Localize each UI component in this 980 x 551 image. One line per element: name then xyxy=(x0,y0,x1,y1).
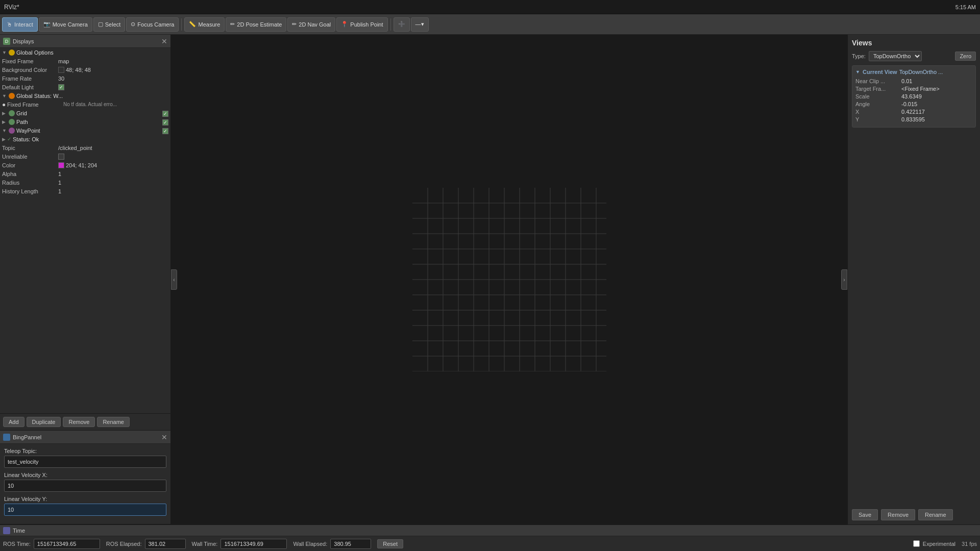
views-rename-button[interactable]: Rename xyxy=(918,509,953,520)
status-ok-checkmark: ✓ xyxy=(7,136,11,142)
target-frame-value: <Fixed Frame> xyxy=(901,86,940,92)
waypoint-unreliable-row: Unreliable xyxy=(0,152,170,161)
views-save-button[interactable]: Save xyxy=(852,509,878,520)
wall-elapsed-label: Wall Elapsed: xyxy=(293,541,327,547)
linear-vel-y-field: Linear Velocity Y: xyxy=(4,496,166,516)
path-checkbox[interactable] xyxy=(162,119,168,126)
bing-close-button[interactable]: ✕ xyxy=(161,433,167,441)
unreliable-checkbox[interactable] xyxy=(58,154,64,160)
fixed-frame-error-bullet: ● xyxy=(2,101,7,108)
waypoint-history-row: History Length 1 xyxy=(0,187,170,195)
toolbar: 🖱 Interact 📷 Move Camera ▢ Select ⊙ Focu… xyxy=(0,14,980,35)
nav-goal-icon: ✏ xyxy=(292,21,297,28)
bing-panel: BingPannel ✕ Teleop Topic: Linear Veloci… xyxy=(0,431,170,524)
fixed-frame-label: Fixed Frame xyxy=(2,58,58,64)
viewport[interactable]: ‹ › xyxy=(171,35,847,524)
frame-rate-value: 30 xyxy=(58,76,64,82)
select-button[interactable]: ▢ Select xyxy=(93,17,126,32)
wall-elapsed-field: Wall Elapsed: xyxy=(293,539,371,549)
wall-elapsed-input[interactable] xyxy=(330,539,371,549)
views-type-label: Type: xyxy=(852,53,866,59)
sys-tray: 5:15 AM xyxy=(955,4,976,10)
views-remove-button[interactable]: Remove xyxy=(881,509,915,520)
waypoint-color-row: Color 204; 41; 204 xyxy=(0,161,170,169)
teleop-label: Teleop Topic: xyxy=(4,448,166,454)
duplicate-button[interactable]: Duplicate xyxy=(27,417,61,427)
waypoint-checkbox-container xyxy=(162,127,168,134)
experimental-checkbox[interactable] xyxy=(913,540,920,547)
extra-button-1[interactable]: ➕ xyxy=(394,17,410,32)
fixed-frame-row: Fixed Frame map xyxy=(0,57,170,65)
current-view-header: ▼ Current View TopDownOrtho ... xyxy=(855,69,972,75)
current-view-toggle[interactable]: ▼ xyxy=(855,69,861,74)
global-status-row[interactable]: ▼ Global Status: W... xyxy=(0,91,170,100)
grid-toggle[interactable]: ▶ xyxy=(2,111,7,116)
grid-row[interactable]: ▶ Grid xyxy=(0,109,170,117)
target-frame-label: Target Fra... xyxy=(855,86,901,92)
global-status-icon xyxy=(9,93,15,99)
measure-button[interactable]: 📏 Measure xyxy=(184,17,225,32)
grid-checkbox[interactable] xyxy=(162,111,168,117)
wall-time-input[interactable] xyxy=(220,539,287,549)
displays-icon: D xyxy=(3,38,10,45)
waypoint-status-row: ▶ ✓ Status: Ok xyxy=(0,135,170,143)
views-type-select[interactable]: TopDownOrtho xyxy=(869,51,922,61)
move-camera-button[interactable]: 📷 Move Camera xyxy=(39,17,92,32)
collapse-right-button[interactable]: › xyxy=(841,269,847,290)
x-value: 0.422117 xyxy=(901,109,925,115)
ros-time-field: ROS Time: xyxy=(3,539,100,549)
y-row: Y 0.833595 xyxy=(855,116,972,122)
waypoint-unreliable-label: Unreliable xyxy=(2,154,58,160)
linear-vel-x-input[interactable] xyxy=(4,480,166,492)
interact-button[interactable]: 🖱 Interact xyxy=(2,17,38,32)
angle-label: Angle xyxy=(855,101,901,107)
focus-camera-button[interactable]: ⊙ Focus Camera xyxy=(126,17,179,32)
path-row[interactable]: ▶ Path xyxy=(0,117,170,126)
rename-button[interactable]: Rename xyxy=(97,417,130,427)
scale-row: Scale 43.6349 xyxy=(855,93,972,99)
reset-button[interactable]: Reset xyxy=(377,539,403,548)
ros-time-label: ROS Time: xyxy=(3,541,31,547)
waypoint-row[interactable]: ▼ WayPoint xyxy=(0,126,170,135)
views-buttons: Save Remove Rename xyxy=(852,505,976,520)
waypoint-checkbox[interactable] xyxy=(162,128,168,134)
global-options-row[interactable]: ▼ Global Options xyxy=(0,48,170,57)
waypoint-radius-row: Radius 1 xyxy=(0,178,170,187)
extra-button-2[interactable]: —▾ xyxy=(411,17,429,32)
time-fields: ROS Time: ROS Elapsed: Wall Time: Wall E… xyxy=(0,536,980,551)
path-toggle[interactable]: ▶ xyxy=(2,119,7,124)
focus-camera-icon: ⊙ xyxy=(131,21,135,28)
bg-color-row: Background Color 48; 48; 48 xyxy=(0,65,170,74)
waypoint-status-toggle[interactable]: ▶ xyxy=(2,137,7,142)
global-status-toggle[interactable]: ▼ xyxy=(2,93,7,98)
bing-icon xyxy=(3,434,10,441)
toolbar-separator-2 xyxy=(390,18,391,31)
displays-close-button[interactable]: ✕ xyxy=(161,37,167,45)
scale-value: 43.6349 xyxy=(901,93,922,99)
select-icon: ▢ xyxy=(98,21,103,28)
viewport-content xyxy=(171,35,847,524)
views-zero-button[interactable]: Zero xyxy=(955,52,976,61)
waypoint-toggle[interactable]: ▼ xyxy=(2,128,7,133)
global-options-toggle[interactable]: ▼ xyxy=(2,50,7,55)
add-button[interactable]: Add xyxy=(3,417,24,427)
y-label: Y xyxy=(855,116,901,122)
default-light-label: Default Light xyxy=(2,84,58,90)
fixed-frame-error-row: ● Fixed Frame No tf data. Actual erro... xyxy=(0,100,170,109)
pose-estimate-button[interactable]: ✏ 2D Pose Estimate xyxy=(226,17,286,32)
nav-goal-button[interactable]: ✏ 2D Nav Goal xyxy=(287,17,335,32)
remove-button[interactable]: Remove xyxy=(63,417,95,427)
bg-color-value: 48; 48; 48 xyxy=(58,67,91,73)
ros-elapsed-input[interactable] xyxy=(145,539,186,549)
linear-vel-y-input[interactable] xyxy=(4,504,166,516)
waypoint-label: WayPoint xyxy=(16,128,162,134)
ros-time-input[interactable] xyxy=(34,539,100,549)
experimental-row: Experimental xyxy=(913,540,955,547)
teleop-input[interactable] xyxy=(4,456,166,468)
collapse-left-button[interactable]: ‹ xyxy=(171,269,177,290)
bing-panel-header: BingPannel ✕ xyxy=(0,431,170,444)
default-light-checkbox[interactable] xyxy=(58,84,64,90)
fixed-frame-value: map xyxy=(58,58,69,64)
publish-point-button[interactable]: 📍 Publish Point xyxy=(336,17,387,32)
waypoint-alpha-label: Alpha xyxy=(2,171,58,177)
